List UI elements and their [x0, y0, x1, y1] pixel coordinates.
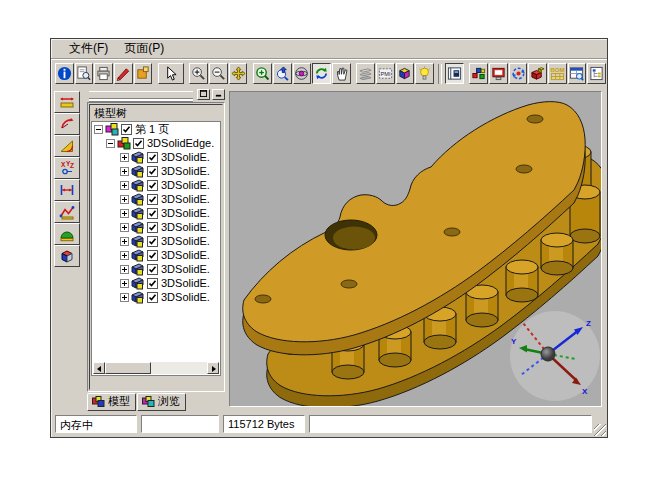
measure-angle-button[interactable]	[54, 135, 80, 157]
panel-toggle-button[interactable]	[445, 63, 464, 84]
checkbox-checked-icon[interactable]	[147, 166, 158, 177]
tree-item-solid[interactable]: 3DSolidE.	[92, 276, 220, 290]
tab-browse[interactable]: 浏览	[137, 393, 186, 411]
measure-volume-button[interactable]	[54, 245, 80, 267]
explode-blocks-button[interactable]	[528, 63, 547, 84]
pan-cross-button[interactable]	[229, 63, 248, 84]
viewport-3d[interactable]: Z X Y	[229, 91, 602, 407]
tree-item-solid[interactable]: 3DSolidE.	[92, 290, 220, 304]
expand-icon[interactable]	[120, 279, 129, 288]
expand-icon[interactable]	[120, 265, 129, 274]
tree-item-page[interactable]: 第 1 页	[92, 122, 220, 136]
checkbox-checked-icon[interactable]	[147, 250, 158, 261]
tree-item-label[interactable]: 3DSolidE.	[161, 277, 210, 289]
scroll-thumb[interactable]	[105, 362, 151, 374]
tree-hscrollbar[interactable]	[93, 362, 219, 374]
expand-icon[interactable]	[120, 251, 129, 260]
panel-hide-button[interactable]	[212, 89, 225, 100]
measure-distance-button[interactable]	[54, 91, 80, 113]
bom-button[interactable]: BOM	[548, 63, 567, 84]
tree-item-label[interactable]: 3DSolidE.	[161, 235, 210, 247]
checkbox-checked-icon[interactable]	[133, 138, 144, 149]
stamp-button[interactable]	[134, 63, 153, 84]
render-layers-button[interactable]	[356, 63, 375, 84]
info-button[interactable]	[55, 63, 74, 84]
tree-item-label[interactable]: 3DSolidE.	[161, 193, 210, 205]
checkbox-checked-icon[interactable]	[147, 180, 158, 191]
zoom-dynamic-button[interactable]	[273, 63, 292, 84]
rotate-view-button[interactable]	[312, 63, 331, 84]
expand-icon[interactable]	[120, 153, 129, 162]
tree-item-solid[interactable]: 3DSolidE.	[92, 262, 220, 276]
measure-radius-button[interactable]	[54, 113, 80, 135]
pmi-button[interactable]: PMI	[376, 63, 395, 84]
expand-icon[interactable]	[120, 293, 129, 302]
panel-gripper[interactable]	[87, 89, 225, 99]
zoom-out-button[interactable]	[209, 63, 228, 84]
scroll-right-arrow[interactable]	[207, 362, 219, 374]
checkbox-checked-icon[interactable]	[147, 208, 158, 219]
print-button[interactable]	[94, 63, 113, 84]
measure-coordinate-button[interactable]: XYZ	[54, 157, 80, 179]
tree-item-label[interactable]: 3DSolidE.	[161, 291, 210, 303]
zoom-in-button[interactable]	[189, 63, 208, 84]
tree-item-solid[interactable]: 3DSolidE.	[92, 248, 220, 262]
assembly-colors-button[interactable]	[469, 63, 488, 84]
orbit-button[interactable]	[293, 63, 312, 84]
checkbox-checked-icon[interactable]	[147, 292, 158, 303]
report-table-button[interactable]	[568, 63, 587, 84]
checkbox-checked-icon[interactable]	[147, 278, 158, 289]
expand-icon[interactable]	[120, 223, 129, 232]
update-view-button[interactable]	[509, 63, 528, 84]
checkbox-checked-icon[interactable]	[147, 222, 158, 233]
collapse-icon[interactable]	[94, 125, 103, 134]
tree-item-label[interactable]: 3DSolidE.	[161, 263, 210, 275]
resize-grip[interactable]	[594, 424, 606, 436]
checkbox-checked-icon[interactable]	[147, 152, 158, 163]
markup-pen-button[interactable]	[114, 63, 133, 84]
collapse-icon[interactable]	[106, 139, 115, 148]
tree-item-solid[interactable]: 3DSolidE.	[92, 234, 220, 248]
expand-icon[interactable]	[120, 209, 129, 218]
tree-item-solid[interactable]: 3DSolidE.	[92, 206, 220, 220]
expand-icon[interactable]	[120, 195, 129, 204]
capture-button[interactable]	[489, 63, 508, 84]
measure-area-button[interactable]	[54, 223, 80, 245]
tree-item-solid[interactable]: 3DSolidE.	[92, 164, 220, 178]
tree-toggle-button[interactable]	[587, 63, 606, 84]
measure-curve-button[interactable]	[54, 201, 80, 223]
panel-maximize-button[interactable]	[197, 89, 210, 100]
tree-item-label[interactable]: 3DSolidE.	[161, 151, 210, 163]
checkbox-checked-icon[interactable]	[147, 264, 158, 275]
tree-item-label[interactable]: 3DSolidE.	[161, 179, 210, 191]
checkbox-checked-icon[interactable]	[147, 194, 158, 205]
checkbox-checked-icon[interactable]	[121, 124, 132, 135]
select-cursor-button[interactable]	[158, 63, 184, 84]
view-cube-button[interactable]	[396, 63, 415, 84]
expand-icon[interactable]	[120, 181, 129, 190]
tree-item-solid[interactable]: 3DSolidE.	[92, 192, 220, 206]
tree-item-solid[interactable]: 3DSolidE.	[92, 150, 220, 164]
light-button[interactable]	[415, 63, 434, 84]
tab-model[interactable]: 模型	[87, 393, 136, 411]
measure-gap-button[interactable]	[54, 179, 80, 201]
tree-item-label[interactable]: 第 1 页	[135, 122, 169, 137]
scroll-left-arrow[interactable]	[93, 362, 105, 374]
tree-item-label[interactable]: 3DSolidE.	[161, 165, 210, 177]
checkbox-checked-icon[interactable]	[147, 236, 158, 247]
tree-item-solid[interactable]: 3DSolidE.	[92, 220, 220, 234]
tree-item-label[interactable]: 3DSolidEdge.	[147, 137, 214, 149]
tree-item-label[interactable]: 3DSolidE.	[161, 221, 210, 233]
expand-icon[interactable]	[120, 167, 129, 176]
tree-item-label[interactable]: 3DSolidE.	[161, 249, 210, 261]
expand-icon[interactable]	[120, 237, 129, 246]
pan-hand-button[interactable]	[332, 63, 351, 84]
menu-file[interactable]: 文件(F)	[61, 39, 116, 58]
zoom-window-button[interactable]	[253, 63, 272, 84]
tree-item-assembly[interactable]: 3DSolidEdge.	[92, 136, 220, 150]
menu-page[interactable]: 页面(P)	[116, 39, 172, 58]
orientation-compass[interactable]: Z X Y	[510, 311, 600, 401]
print-preview-button[interactable]	[75, 63, 94, 84]
tree-item-label[interactable]: 3DSolidE.	[161, 207, 210, 219]
tree-item-solid[interactable]: 3DSolidE.	[92, 178, 220, 192]
